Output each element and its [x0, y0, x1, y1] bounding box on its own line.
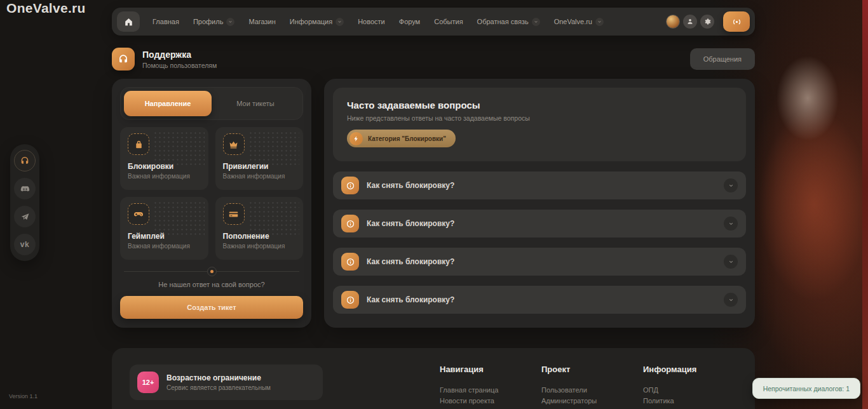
- faq-item[interactable]: Как снять блокировку?: [333, 248, 746, 276]
- nav-item-obratnaya-svyaz[interactable]: Обратная связь: [477, 18, 540, 26]
- support-categories-card: Направление Мои тикеты Блокировки Важная…: [112, 79, 311, 328]
- faq-item[interactable]: Как снять блокировку?: [333, 210, 746, 238]
- nav-item-label: Новости: [358, 18, 385, 25]
- vk-button[interactable]: vk: [14, 234, 36, 255]
- faq-question: Как снять блокировку?: [367, 257, 454, 266]
- gear-icon: [703, 18, 711, 25]
- nav-item-label: Форум: [399, 18, 420, 25]
- nav-item-label: Профиль: [193, 18, 224, 25]
- chevron-down-icon: [532, 18, 540, 26]
- footer-columns: Навигация Главная страница Новости проек…: [440, 365, 745, 406]
- page-title: Поддержка: [142, 50, 217, 60]
- divider: [120, 267, 303, 276]
- info-icon: [341, 291, 359, 309]
- footer-column-title: Навигация: [440, 365, 541, 374]
- category-title: Блокировки: [128, 162, 201, 171]
- nav-item-sobytiya[interactable]: События: [434, 18, 463, 25]
- age-restriction-card: 12+ Возрастное ограничение Сервис являет…: [130, 365, 323, 400]
- faq-subtitle: Ниже представлены ответы на часто задава…: [347, 114, 732, 122]
- age-badge: 12+: [137, 372, 159, 393]
- age-text: Возрастное ограничение Сервис является р…: [166, 373, 271, 391]
- tab-direction[interactable]: Направление: [124, 91, 212, 116]
- faq-header: Часто задаваемые вопросы Ниже представле…: [333, 88, 746, 161]
- nav-item-onevalve[interactable]: OneValve.ru: [554, 18, 604, 26]
- nav-item-forum[interactable]: Форум: [399, 18, 420, 25]
- footer-column-title: Проект: [541, 365, 643, 374]
- gamepad-icon: [128, 203, 149, 225]
- user-icon: [686, 18, 694, 25]
- support-rail-button[interactable]: [14, 150, 36, 171]
- faq-item[interactable]: Как снять блокировку?: [333, 286, 746, 314]
- footer-link[interactable]: Политика: [643, 396, 745, 406]
- category-subtitle: Важная информация: [128, 173, 201, 180]
- chevron-down-icon: [226, 18, 234, 26]
- faq-title: Часто задаваемые вопросы: [347, 100, 732, 111]
- category-card-privilegii[interactable]: Привилегии Важная информация: [215, 127, 304, 190]
- chevron-down-icon: [595, 18, 604, 26]
- page-subtitle: Помощь пользователям: [142, 62, 217, 69]
- footer-link[interactable]: ОПД: [643, 385, 745, 396]
- info-icon: [341, 177, 359, 194]
- card-icon: [223, 203, 245, 225]
- user-button[interactable]: [683, 15, 697, 29]
- appeals-button[interactable]: Обращения: [690, 48, 755, 70]
- settings-button[interactable]: [700, 15, 714, 29]
- nav-item-glavnaya[interactable]: Главная: [153, 18, 179, 25]
- home-button[interactable]: [117, 11, 140, 32]
- category-subtitle: Важная информация: [223, 173, 296, 180]
- divider-dot: [207, 267, 217, 276]
- telegram-icon: [20, 212, 30, 222]
- nav-item-label: Магазин: [248, 18, 275, 25]
- category-card-popolnenie[interactable]: Пополнение Важная информация: [215, 197, 304, 260]
- vk-icon: vk: [20, 240, 29, 249]
- chevron-down-icon: [724, 217, 738, 231]
- create-ticket-button[interactable]: Создать тикет: [120, 296, 303, 319]
- chevron-down-icon: [724, 293, 738, 307]
- headset-icon: [118, 53, 129, 65]
- faq-category-pill[interactable]: Категория "Блокировки": [347, 130, 456, 147]
- nav-item-label: События: [434, 18, 463, 25]
- info-icon: [341, 215, 359, 232]
- nav-item-novosti[interactable]: Новости: [358, 18, 385, 25]
- footer-column-navigation: Навигация Главная страница Новости проек…: [440, 365, 541, 406]
- category-card-geymplay[interactable]: Геймплей Важная информация: [120, 197, 208, 260]
- nav-item-magazin[interactable]: Магазин: [248, 18, 275, 25]
- footer: 12+ Возрастное ограничение Сервис являет…: [112, 348, 755, 409]
- telegram-button[interactable]: [14, 206, 36, 227]
- brand-logo: OneValve.ru: [6, 1, 86, 16]
- footer-link[interactable]: Пользователи: [541, 385, 643, 396]
- version-label: Version 1.1: [9, 393, 37, 399]
- footer-link[interactable]: Главная страница: [440, 385, 541, 396]
- broadcast-icon: [731, 17, 742, 27]
- age-subtitle: Сервис является развлекательным: [166, 384, 271, 391]
- faq-card: Часто задаваемые вопросы Ниже представле…: [324, 79, 755, 328]
- footer-column-title: Информация: [643, 365, 745, 374]
- nav-item-label: Главная: [153, 18, 179, 25]
- tab-my-tickets[interactable]: Мои тикеты: [212, 91, 299, 116]
- crown-icon: [223, 133, 245, 155]
- support-icon-badge: [112, 48, 135, 70]
- category-card-blokirovki[interactable]: Блокировки Важная информация: [120, 127, 208, 190]
- info-icon: [341, 253, 359, 271]
- unread-dialogs-toast[interactable]: Непрочитанных диалогов: 1: [752, 378, 860, 399]
- category-subtitle: Важная информация: [223, 243, 296, 250]
- headset-icon: [20, 156, 30, 166]
- footer-link[interactable]: Новости проекта: [440, 396, 541, 406]
- nav-item-informatsiya[interactable]: Информация: [290, 18, 344, 26]
- nav-item-profil[interactable]: Профиль: [193, 18, 235, 26]
- broadcast-button[interactable]: [723, 11, 750, 32]
- discord-button[interactable]: [14, 178, 36, 199]
- lock-icon: [128, 133, 149, 155]
- background-red-strip: [862, 0, 868, 409]
- tabs: Направление Мои тикеты: [120, 87, 303, 120]
- chevron-down-icon: [724, 255, 738, 269]
- faq-question: Как снять блокировку?: [367, 181, 454, 190]
- nav-item-label: Информация: [290, 18, 332, 25]
- age-title: Возрастное ограничение: [166, 373, 271, 382]
- discord-icon: [20, 184, 31, 194]
- category-title: Геймплей: [128, 232, 201, 241]
- footer-link[interactable]: Администраторы: [541, 396, 643, 406]
- social-sidebar: vk: [10, 144, 39, 261]
- avatar[interactable]: [666, 15, 680, 29]
- faq-item[interactable]: Как снять блокировку?: [333, 171, 746, 199]
